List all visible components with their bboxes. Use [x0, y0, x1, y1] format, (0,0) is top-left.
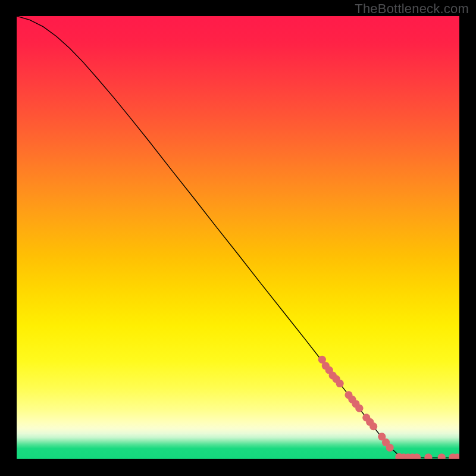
chart-point [369, 422, 377, 430]
chart-point [336, 380, 344, 387]
chart-point [386, 444, 394, 452]
chart-plot-area [17, 16, 459, 459]
chart-point [355, 405, 363, 412]
chart-point [438, 453, 446, 459]
chart-point [424, 453, 432, 459]
app-frame: TheBottleneck.com [0, 0, 476, 476]
chart-highlight-points [17, 16, 459, 459]
watermark-text: TheBottleneck.com [355, 1, 469, 17]
